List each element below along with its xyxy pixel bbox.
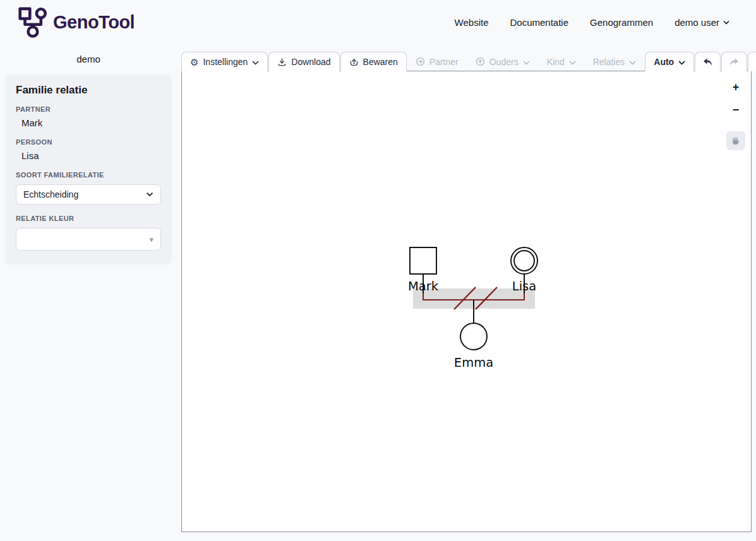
familierelatie-field-label: SOORT FAMILIERELATIE: [16, 171, 161, 179]
relatie-kleur-field-label: RELATIE KLEUR: [16, 215, 161, 222]
kind-button: Kind: [539, 52, 584, 71]
familierelatie-select[interactable]: Echtscheiding: [16, 184, 161, 205]
undo-button[interactable]: [695, 52, 721, 71]
relaties-label: Relaties: [593, 57, 625, 67]
relatie-kleur-select[interactable]: ▾: [16, 228, 161, 251]
redo-button: [721, 52, 747, 71]
zoom-controls: + −: [724, 76, 748, 150]
auto-label: Auto: [654, 57, 674, 67]
genotool-logo-icon: [18, 6, 47, 38]
ouders-label: Ouders: [489, 57, 519, 67]
chevron-down-icon: [678, 57, 685, 67]
document-title: demo: [5, 54, 172, 64]
chevron-down-icon: [569, 57, 576, 67]
chevron-down-icon: [252, 57, 259, 67]
person-label-emma: Emma: [454, 355, 493, 370]
genogram-canvas[interactable]: Mark Lisa Emma + −: [181, 71, 752, 532]
redo-icon: [729, 57, 740, 67]
persoon-field-value: Lisa: [21, 150, 161, 161]
partner-field-label: PARTNER: [16, 105, 161, 113]
app-logo[interactable]: GenoTool: [18, 6, 135, 38]
nav-website[interactable]: Website: [455, 17, 489, 28]
person-label-lisa: Lisa: [512, 279, 536, 294]
auto-layout-button[interactable]: Auto: [645, 52, 694, 71]
download-label: Download: [291, 57, 330, 67]
arrow-up-circle-icon: [476, 57, 485, 66]
chevron-down-icon: [629, 57, 636, 67]
familierelatie-selected-value: Echtscheiding: [23, 189, 78, 199]
download-button[interactable]: Download: [268, 52, 339, 71]
person-label-mark: Mark: [408, 279, 439, 294]
pan-tool-button[interactable]: [726, 131, 745, 150]
relaties-button: Relaties: [585, 52, 645, 71]
zoom-in-button[interactable]: +: [724, 76, 748, 98]
familie-relatie-panel: Familie relatie PARTNER Mark PERSOON Lis…: [5, 74, 172, 265]
brand-name: GenoTool: [53, 12, 135, 33]
nav-documentatie[interactable]: Documentatie: [510, 17, 569, 28]
arrow-right-circle-icon: [416, 57, 425, 66]
bewaren-button[interactable]: Bewaren: [340, 52, 407, 71]
chevron-down-icon: [146, 192, 153, 197]
chevron-down-icon: [523, 57, 530, 67]
partner-field-value: Mark: [21, 117, 161, 128]
person-node-child[interactable]: [460, 323, 487, 350]
app-header: GenoTool Website Documentatie Genogramme…: [0, 0, 756, 44]
user-menu-label: demo user: [675, 17, 719, 28]
person-node-female-index[interactable]: [511, 247, 537, 274]
gear-icon: ⚙: [190, 57, 198, 67]
ouders-button: Ouders: [467, 52, 538, 71]
zoom-out-button[interactable]: −: [724, 98, 748, 121]
dropdown-triangle-icon: ▾: [149, 235, 153, 244]
undo-icon: [702, 57, 713, 67]
hand-icon: [731, 136, 741, 146]
persoon-field-label: PERSOON: [16, 138, 161, 146]
nav-user-menu[interactable]: demo user: [675, 17, 729, 28]
instellingen-label: Instellingen: [203, 57, 248, 67]
partner-label: Partner: [429, 57, 459, 67]
editor-toolbar: ⚙ Instellingen Download Bewaren Partner: [181, 52, 756, 71]
download-icon: [277, 57, 287, 67]
nav-genogrammen[interactable]: Genogrammen: [590, 17, 653, 28]
refresh-button[interactable]: [748, 52, 756, 71]
genogram-drawing: Mark Lisa Emma: [182, 71, 751, 532]
bewaren-label: Bewaren: [363, 57, 398, 67]
top-navigation: Website Documentatie Genogrammen demo us…: [455, 0, 729, 44]
person-node-male[interactable]: [410, 247, 436, 274]
save-icon: [349, 57, 359, 67]
panel-title: Familie relatie: [16, 84, 161, 97]
kind-label: Kind: [547, 57, 565, 67]
chevron-down-icon: [723, 20, 729, 25]
instellingen-button[interactable]: ⚙ Instellingen: [181, 52, 268, 71]
partner-button: Partner: [407, 52, 467, 71]
